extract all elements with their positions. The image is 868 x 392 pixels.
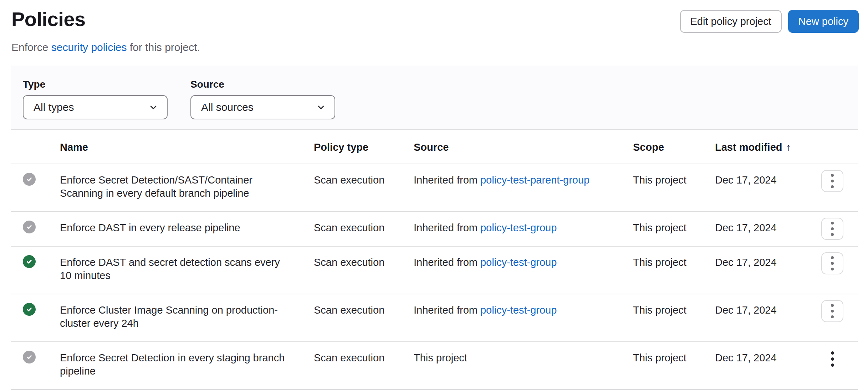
policy-name-cell: Enforce Secret Detection/SAST/Container … xyxy=(60,164,302,211)
table-row: Enforce Secret Detection/SAST/Container … xyxy=(11,164,858,212)
source-filter-value: All sources xyxy=(201,101,254,113)
source-cell: Inherited from policy-test-group xyxy=(414,247,633,294)
type-filter: Type All types xyxy=(23,78,168,119)
source-filter-select[interactable]: All sources xyxy=(190,95,335,119)
filter-bar: Type All types Source All sources xyxy=(11,66,858,130)
policy-type-cell: Scan execution xyxy=(314,294,414,341)
row-actions-kebab-button[interactable] xyxy=(821,252,843,274)
scope-cell: This project xyxy=(633,247,715,294)
policy-type-cell: Scan execution xyxy=(314,247,414,294)
check-circle-icon xyxy=(23,351,36,363)
check-circle-icon xyxy=(23,255,36,268)
last-modified-cell: Dec 17, 2024 xyxy=(715,294,821,341)
page-header-text: Policies xyxy=(11,8,86,31)
type-filter-value: All types xyxy=(34,101,74,113)
source-text: Inherited from xyxy=(414,222,480,233)
sort-ascending-icon: ↑ xyxy=(786,141,791,153)
policy-name: Enforce Cluster Image Scanning on produc… xyxy=(60,304,288,330)
actions-cell xyxy=(821,164,858,211)
status-cell xyxy=(11,247,60,294)
source-group-link[interactable]: policy-test-group xyxy=(480,222,557,233)
actions-cell xyxy=(821,212,858,246)
table-row: Enforce Cluster Image Scanning on produc… xyxy=(11,294,858,342)
source-cell: Inherited from policy-test-group xyxy=(414,294,633,341)
policy-name: Enforce DAST in every release pipeline xyxy=(60,221,288,234)
policies-table: Name Policy type Source Scope Last modif… xyxy=(11,130,858,390)
last-modified-cell: Dec 17, 2024 xyxy=(715,164,821,211)
edit-policy-project-button[interactable]: Edit policy project xyxy=(680,10,782,33)
source-group-link[interactable]: policy-test-group xyxy=(480,257,557,268)
type-filter-label: Type xyxy=(23,78,168,91)
source-text: This project xyxy=(414,352,467,363)
scope-cell: This project xyxy=(633,212,715,246)
kebab-menu-icon xyxy=(831,304,834,307)
chevron-down-icon xyxy=(148,102,158,112)
source-filter: Source All sources xyxy=(190,78,335,119)
check-circle-icon xyxy=(23,173,36,186)
source-cell: Inherited from policy-test-group xyxy=(414,212,633,246)
status-column-header xyxy=(11,130,60,165)
kebab-menu-icon xyxy=(831,351,834,355)
scope-cell: This project xyxy=(633,164,715,211)
table-row: Enforce DAST in every release pipeline S… xyxy=(11,212,858,247)
row-actions-kebab-button[interactable] xyxy=(821,300,843,322)
row-actions-kebab-button[interactable] xyxy=(821,170,843,192)
policy-type-column-header: Policy type xyxy=(314,130,414,165)
actions-cell xyxy=(821,294,858,341)
source-filter-label: Source xyxy=(190,78,335,91)
chevron-down-icon xyxy=(316,102,326,112)
row-actions-kebab-button[interactable] xyxy=(821,348,843,370)
subtitle-prefix: Enforce xyxy=(11,41,51,53)
scope-cell: This project xyxy=(633,342,715,389)
page-title: Policies xyxy=(11,8,86,31)
kebab-menu-icon xyxy=(831,222,834,225)
subtitle-suffix: for this project. xyxy=(127,41,200,53)
source-group-link[interactable]: policy-test-group xyxy=(480,304,557,316)
source-text: Inherited from xyxy=(414,304,480,316)
status-cell xyxy=(11,294,60,341)
policy-name: Enforce Secret Detection in every stagin… xyxy=(60,351,288,378)
actions-cell xyxy=(821,247,858,294)
scope-column-header: Scope xyxy=(633,130,715,165)
source-cell: Inherited from policy-test-parent-group xyxy=(414,164,633,211)
type-filter-select[interactable]: All types xyxy=(23,95,168,119)
policy-type-cell: Scan execution xyxy=(314,342,414,389)
actions-column-header xyxy=(821,130,858,165)
source-column-header: Source xyxy=(414,130,633,165)
page-subtitle: Enforce security policies for this proje… xyxy=(11,41,868,54)
row-actions-kebab-button[interactable] xyxy=(821,218,843,240)
actions-cell xyxy=(821,342,858,389)
last-modified-cell: Dec 17, 2024 xyxy=(715,247,821,294)
policy-name-cell: Enforce DAST in every release pipeline xyxy=(60,212,302,246)
policy-name: Enforce Secret Detection/SAST/Container … xyxy=(60,174,288,200)
table-header-row: Name Policy type Source Scope Last modif… xyxy=(11,130,858,164)
source-group-link[interactable]: policy-test-parent-group xyxy=(480,174,589,186)
policy-name: Enforce DAST and secret detection scans … xyxy=(60,256,288,282)
header-actions: Edit policy project New policy xyxy=(680,10,859,33)
kebab-menu-icon xyxy=(831,256,834,259)
source-text: Inherited from xyxy=(414,174,480,186)
last-modified-cell: Dec 17, 2024 xyxy=(715,342,821,389)
policy-type-cell: Scan execution xyxy=(314,212,414,246)
last-modified-column-header[interactable]: Last modified↑ xyxy=(715,130,821,165)
last-modified-cell: Dec 17, 2024 xyxy=(715,212,821,246)
kebab-menu-icon xyxy=(831,174,834,177)
policy-type-cell: Scan execution xyxy=(314,164,414,211)
last-modified-label: Last modified xyxy=(715,141,782,153)
check-circle-icon xyxy=(23,303,36,316)
new-policy-button[interactable]: New policy xyxy=(788,10,859,33)
source-text: Inherited from xyxy=(414,257,480,268)
table-row: Enforce DAST and secret detection scans … xyxy=(11,247,858,294)
table-body: Enforce Secret Detection/SAST/Container … xyxy=(11,164,858,390)
policy-name-cell: Enforce Secret Detection in every stagin… xyxy=(60,342,302,389)
name-column-header: Name xyxy=(60,130,314,165)
scope-cell: This project xyxy=(633,294,715,341)
check-circle-icon xyxy=(23,221,36,233)
source-cell: This project xyxy=(414,342,633,389)
security-policies-link[interactable]: security policies xyxy=(51,41,127,53)
status-cell xyxy=(11,164,60,211)
page-header: Policies Edit policy project New policy xyxy=(11,0,868,33)
policies-page: Policies Edit policy project New policy … xyxy=(0,0,868,392)
status-cell xyxy=(11,212,60,246)
policy-name-cell: Enforce Cluster Image Scanning on produc… xyxy=(60,294,302,341)
